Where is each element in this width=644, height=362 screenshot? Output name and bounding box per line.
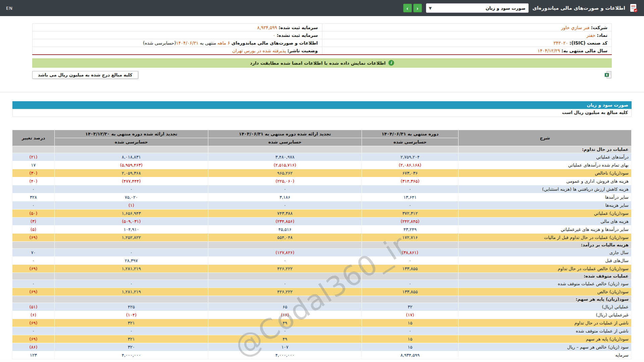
- field-value: پذیرفته شده در بورس تهران: [232, 48, 286, 53]
- row-label: سایر درآمدها: [459, 193, 632, 201]
- row-label: سود(زیان) پایه هر سهم:: [459, 296, 632, 303]
- row-value: ۴۹: [208, 335, 362, 343]
- row-percent-change: (۶۹): [12, 233, 55, 241]
- row-percent-change: ۱۲۳: [12, 351, 55, 359]
- language-toggle[interactable]: EN: [6, 6, 13, 11]
- row-percent-change: (۵۱): [12, 303, 55, 311]
- row-value: ۱,۲۸۱,۲۱۹: [55, 288, 208, 296]
- row-label: سود (زیان) خالص هر سهم – ریال: [459, 343, 632, 351]
- row-value: ۰: [362, 185, 459, 193]
- row-percent-change: (۴۰): [12, 177, 55, 185]
- registered-capital-field: سرمایه ثبت شده: ۸,۹۳۴,۵۹۹: [33, 24, 322, 32]
- table-row: سود (زیان) خالص هر سهم – ریال۱۵۱۰۷۳۲۰(۸۶…: [12, 343, 632, 351]
- row-label: سود(زیان) عملیات در حال تداوم قبل از مال…: [459, 233, 632, 241]
- row-value: (۵۰۹,۰۳۱): [55, 217, 208, 225]
- row-percent-change: ۷۰: [12, 248, 55, 256]
- row-label: سود(زیان) پایه هر سهم: [459, 335, 632, 343]
- next-period-button[interactable]: ›: [413, 4, 422, 12]
- row-value: [55, 241, 208, 248]
- row-value: (۴۷۷,۴۴۴): [55, 177, 208, 185]
- row-value: ۵۵۴,۰۴۸: [208, 233, 362, 241]
- col-header-description: شرح: [459, 130, 632, 146]
- row-value: ۰: [208, 201, 362, 209]
- table-row: سود(زیان) عملیاتي۳۷۲,۳۱۲۷۴۳,۳۸۸۱,۶۵۶,۹۴۳…: [12, 209, 632, 217]
- row-label: سود(زیان) خالص عملیات در حال تداوم: [459, 264, 632, 273]
- row-label: هزینه کاهش ارزش دریافتني ها (هزینه استثن…: [459, 185, 632, 193]
- row-value: (۲۳۴,۸۵۶): [208, 217, 362, 225]
- field-value-parts: ۶ ماهه منتهی به ۱۴۰۴/۰۶/۳۱(حسابرسی شده): [143, 40, 230, 46]
- row-value: (۵,۹۵۹,۴۶۳): [55, 161, 208, 169]
- row-value: (۱۲۷,۸۲۶): [208, 248, 362, 256]
- row-value: ۱,۲۵۲,۸۲۲: [55, 233, 208, 241]
- row-label: ناشي از عملیات در حال تداوم: [459, 319, 632, 327]
- toolbar-row: X کلیه مبالغ درج شده به میلیون ریال می ب…: [32, 71, 612, 79]
- company-info-row: شرکت: فنر سازي خاور سرمایه ثبت شده: ۸,۹۳…: [33, 24, 612, 32]
- svg-text:X: X: [606, 73, 608, 77]
- row-value: [362, 273, 459, 280]
- field-value: خفنر: [586, 33, 595, 38]
- row-value: [208, 273, 362, 280]
- section-row: سود(زیان) پایه هر سهم:: [12, 296, 632, 303]
- col-header-restated-midyear: تجدید ارائه شده دوره منتهی به ۱۴۰۳/۰۶/۳۱: [208, 130, 362, 138]
- field-value: فنر سازي خاور: [561, 25, 590, 30]
- prev-period-button[interactable]: ‹: [403, 4, 412, 12]
- row-value: ۰: [208, 256, 362, 264]
- field-label: سرمایه ثبت شده:: [278, 25, 318, 30]
- row-value: ۲,۷۵۹,۲۰۴: [362, 153, 459, 161]
- row-percent-change: (۶۹): [12, 264, 55, 273]
- row-label: ناشي از عملیات متوقف شده: [459, 327, 632, 335]
- row-value: ۰: [55, 327, 208, 335]
- row-value: (۲,۰۸۶,۱۶۸): [362, 161, 459, 169]
- codal-logo-icon[interactable]: [629, 3, 638, 13]
- row-value: ۹۶۵,۲۶۲: [208, 169, 362, 177]
- table-row: سال‌های قبل۰۰۲۸,۳۹۷۰: [12, 256, 632, 264]
- row-label: سال‌های قبل: [459, 256, 632, 264]
- notice-text: اطلاعات نمایش داده شده با اطلاعات امضا ش…: [250, 60, 386, 66]
- row-percent-change: (۶۹): [12, 288, 55, 296]
- row-percent-change: (۶۹): [12, 335, 55, 343]
- unregistered-capital-field: سرمایه ثبت نشده: ۰: [33, 32, 322, 39]
- page-title: اطلاعات و صورت‌های مالی میاندوره‌ای: [533, 5, 625, 11]
- row-percent-change: ۰: [12, 256, 55, 264]
- row-percent-change: ۰: [12, 185, 55, 193]
- row-value: (۲۲۵,۰۶۰): [208, 177, 362, 185]
- row-label: سود (زیان) خالص عملیات متوقف شده: [459, 280, 632, 288]
- table-row: سود(زیان) خالص عملیات در حال تداوم۱۳۳,۸۵…: [12, 264, 632, 273]
- row-value: ۱,۶۵۶,۹۴۳: [55, 209, 208, 217]
- table-row: ناشي از عملیات در حال تداوم۱۵۴۹۳۲۱(۶۹): [12, 319, 632, 327]
- table-row: هزینه های مالی(۲۴۲,۸۴۵)(۲۳۴,۸۵۶)(۵۰۹,۰۳۱…: [12, 217, 632, 225]
- row-value: ۰: [208, 185, 362, 193]
- row-label: سود(زیان) خالص: [459, 288, 632, 296]
- row-value: ۰: [208, 280, 362, 288]
- row-label: عملیاتي (ریال): [459, 303, 632, 311]
- table-row: سایر درآمدها و هزینه های غیرعملیاتي۴۳,۲۴…: [12, 225, 632, 233]
- row-label: سایر هزینه‌ها: [459, 201, 632, 209]
- field-value: ۳۴۳۰۲۰: [553, 40, 568, 46]
- row-value: ۳۷۲,۳۱۲: [362, 209, 459, 217]
- row-label: هزینه های مالی: [459, 217, 632, 225]
- company-info-row: نماد: خفنر سرمایه ثبت نشده: ۰: [33, 32, 612, 39]
- row-value: ۱۳,۶۴۱: [362, 193, 459, 201]
- row-value: ۴,۰۰۰,۰۰۰: [208, 351, 362, 359]
- field-value-part: ۶ ماهه: [216, 40, 230, 46]
- table-row: سرمایه۸,۹۳۴,۵۹۹۴,۰۰۰,۰۰۰۴,۰۰۰,۰۰۰۱۲۳: [12, 351, 632, 359]
- row-label: بهای تمام شده درآمدهای عملیاتي: [459, 161, 632, 169]
- statement-select[interactable]: صورت سود و زیان ▼: [426, 3, 529, 13]
- row-value: [208, 146, 362, 153]
- subheader-audited: حسابرسی شده: [208, 138, 362, 146]
- table-row: هزینه کاهش ارزش دریافتني ها (هزینه استثن…: [12, 185, 632, 193]
- table-row: عملیاتي (ریال)۳۲۶۵۴۲۵(۵۱): [12, 303, 632, 311]
- row-label: هزینه مالیات بر درآمد:: [459, 241, 632, 248]
- row-value: ۴۲۶,۲۲۲: [208, 264, 362, 273]
- excel-export-icon[interactable]: X: [604, 71, 612, 78]
- signature-match-notice: i اطلاعات نمایش داده شده با اطلاعات امضا…: [32, 58, 612, 68]
- row-value: ۳۲: [362, 303, 459, 311]
- row-value: ۰: [55, 185, 208, 193]
- col-header-current-period: دوره منتهی به ۱۴۰۴/۰۶/۳۱: [362, 130, 459, 138]
- row-value: ۱۳۳,۸۵۵: [362, 264, 459, 273]
- row-value: ۲,۰۵۹,۳۶۸: [55, 169, 208, 177]
- period-nav: ‹ ›: [403, 4, 422, 12]
- topbar: اطلاعات و صورت‌های مالی میاندوره‌ای صورت…: [0, 0, 644, 16]
- row-value: ۱۰۷: [208, 343, 362, 351]
- row-value: [55, 296, 208, 303]
